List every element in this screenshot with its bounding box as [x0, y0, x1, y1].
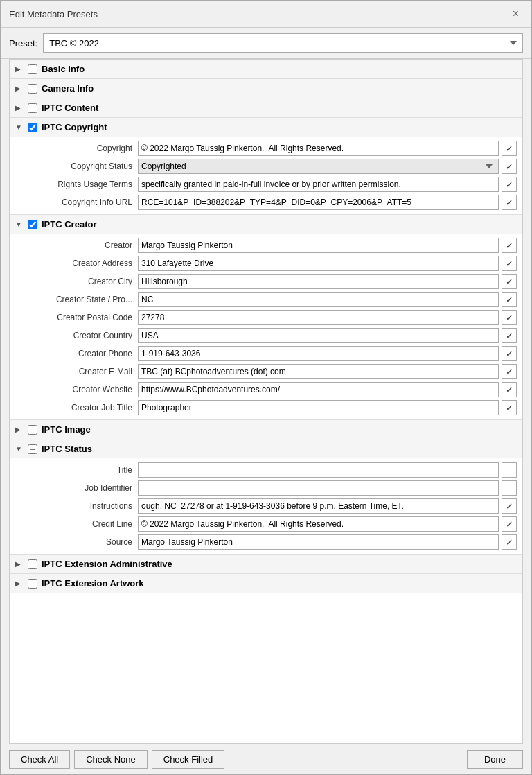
field-check[interactable] — [502, 346, 517, 361]
field-input[interactable] — [138, 480, 499, 496]
field-input[interactable] — [138, 534, 499, 550]
field-input[interactable] — [138, 328, 499, 343]
section-header-iptc-ext-artwork[interactable]: ▶IPTC Extension Artwork — [10, 574, 522, 593]
field-check[interactable] — [502, 256, 517, 271]
preset-row: Preset: TBC © 2022 — [1, 28, 531, 59]
content-area: ▶Basic Info▶Camera Info▶IPTC Content▼IPT… — [9, 59, 523, 744]
check-filled-button[interactable]: Check Filled — [152, 750, 225, 769]
field-input[interactable]: Copyrighted — [138, 159, 499, 174]
field-input[interactable] — [138, 400, 499, 415]
section-title-iptc-status: IPTC Status — [42, 444, 92, 454]
field-input[interactable] — [138, 292, 499, 307]
field-input[interactable] — [138, 141, 499, 156]
section-header-camera-info[interactable]: ▶Camera Info — [10, 79, 522, 98]
section-title-camera-info: Camera Info — [42, 83, 94, 94]
field-input[interactable] — [138, 498, 499, 514]
section-checkbox-camera-info[interactable] — [28, 84, 37, 94]
section-checkbox-iptc-ext-admin[interactable] — [28, 559, 37, 569]
field-check[interactable] — [502, 328, 517, 343]
field-check[interactable] — [502, 274, 517, 289]
title-bar: Edit Metadata Presets × — [1, 1, 531, 28]
triangle-icon-camera-info: ▶ — [15, 85, 24, 92]
field-check[interactable] — [502, 177, 517, 192]
section-checkbox-iptc-creator[interactable] — [28, 220, 37, 229]
field-row: Creator Postal Code — [10, 308, 522, 326]
field-check[interactable] — [502, 480, 517, 496]
field-label: Creator Country — [10, 331, 138, 340]
section-header-iptc-ext-admin[interactable]: ▶IPTC Extension Administrative — [10, 555, 522, 573]
field-row: Rights Usage Terms — [10, 175, 522, 193]
field-row: Title — [10, 461, 522, 479]
bottom-bar: Check All Check None Check Filled Done — [1, 744, 531, 774]
field-check[interactable] — [502, 516, 517, 532]
section-header-iptc-creator[interactable]: ▼IPTC Creator — [10, 215, 522, 234]
check-all-button[interactable]: Check All — [9, 750, 70, 769]
field-label: Source — [10, 537, 138, 547]
field-check[interactable] — [502, 534, 517, 550]
field-row: Creator Phone — [10, 345, 522, 363]
field-input[interactable] — [138, 516, 499, 532]
field-input[interactable] — [138, 462, 499, 478]
section-checkbox-iptc-copyright[interactable] — [28, 123, 37, 132]
field-input[interactable] — [138, 256, 499, 271]
field-check[interactable] — [502, 238, 517, 253]
preset-select[interactable]: TBC © 2022 — [43, 33, 523, 53]
field-input[interactable] — [138, 310, 499, 325]
field-input[interactable] — [138, 346, 499, 361]
section-checkbox-iptc-status[interactable] — [28, 444, 37, 454]
done-button[interactable]: Done — [467, 750, 523, 769]
section-title-iptc-ext-admin: IPTC Extension Administrative — [42, 559, 172, 569]
field-check[interactable] — [502, 364, 517, 379]
field-check[interactable] — [502, 382, 517, 397]
field-row: Copyright StatusCopyrighted — [10, 157, 522, 175]
section-checkbox-iptc-content[interactable] — [28, 103, 37, 113]
section-header-basic-info[interactable]: ▶Basic Info — [10, 60, 522, 78]
field-label: Creator Address — [10, 259, 138, 268]
close-button[interactable]: × — [508, 6, 523, 21]
field-row: Copyright — [10, 139, 522, 157]
field-input[interactable] — [138, 382, 499, 397]
check-none-button[interactable]: Check None — [74, 750, 148, 769]
section-basic-info: ▶Basic Info — [10, 60, 522, 79]
section-iptc-ext-admin: ▶IPTC Extension Administrative — [10, 555, 522, 574]
section-title-iptc-ext-artwork: IPTC Extension Artwork — [42, 578, 144, 589]
section-title-iptc-copyright: IPTC Copyright — [42, 122, 107, 132]
field-row: Creator Job Title — [10, 399, 522, 417]
window-title: Edit Metadata Presets — [9, 9, 98, 19]
preset-label: Preset: — [9, 38, 37, 49]
field-label: Creator Postal Code — [10, 313, 138, 322]
section-title-basic-info: Basic Info — [42, 64, 85, 74]
section-checkbox-iptc-image[interactable] — [28, 425, 37, 435]
field-check[interactable] — [502, 400, 517, 415]
field-input[interactable] — [138, 274, 499, 289]
field-check[interactable] — [502, 462, 517, 478]
field-label: Creator — [10, 241, 138, 250]
field-input[interactable] — [138, 238, 499, 253]
section-checkbox-iptc-ext-artwork[interactable] — [28, 579, 37, 589]
field-label: Instructions — [10, 501, 138, 511]
field-check[interactable] — [502, 159, 517, 174]
field-label: Title — [10, 465, 138, 475]
field-check[interactable] — [502, 195, 517, 210]
field-check[interactable] — [502, 310, 517, 325]
triangle-icon-iptc-status: ▼ — [15, 445, 24, 453]
section-header-iptc-content[interactable]: ▶IPTC Content — [10, 98, 522, 117]
section-iptc-creator: ▼IPTC CreatorCreatorCreator AddressCreat… — [10, 215, 522, 420]
field-input[interactable] — [138, 177, 499, 192]
field-input[interactable] — [138, 195, 499, 210]
field-label: Credit Line — [10, 519, 138, 529]
section-header-iptc-image[interactable]: ▶IPTC Image — [10, 420, 522, 439]
section-body-iptc-copyright: CopyrightCopyright StatusCopyrightedRigh… — [10, 137, 522, 214]
section-iptc-copyright: ▼IPTC CopyrightCopyrightCopyright Status… — [10, 118, 522, 215]
field-input[interactable] — [138, 364, 499, 379]
field-row: Copyright Info URL — [10, 193, 522, 211]
field-check[interactable] — [502, 141, 517, 156]
section-header-iptc-copyright[interactable]: ▼IPTC Copyright — [10, 118, 522, 137]
field-check[interactable] — [502, 292, 517, 307]
section-header-iptc-status[interactable]: ▼IPTC Status — [10, 439, 522, 458]
section-checkbox-basic-info[interactable] — [28, 64, 37, 74]
section-title-iptc-creator: IPTC Creator — [42, 219, 96, 229]
field-row: Job Identifier — [10, 479, 522, 497]
section-camera-info: ▶Camera Info — [10, 79, 522, 98]
field-check[interactable] — [502, 498, 517, 514]
